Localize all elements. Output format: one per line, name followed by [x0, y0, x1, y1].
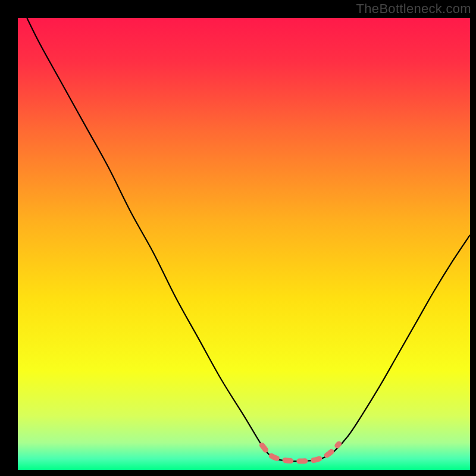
bottleneck-chart: [18, 18, 470, 470]
plot-area: [18, 18, 470, 470]
heat-background: [18, 18, 470, 470]
chart-container: TheBottleneck.com: [0, 0, 476, 476]
watermark-label: TheBottleneck.com: [356, 1, 471, 17]
